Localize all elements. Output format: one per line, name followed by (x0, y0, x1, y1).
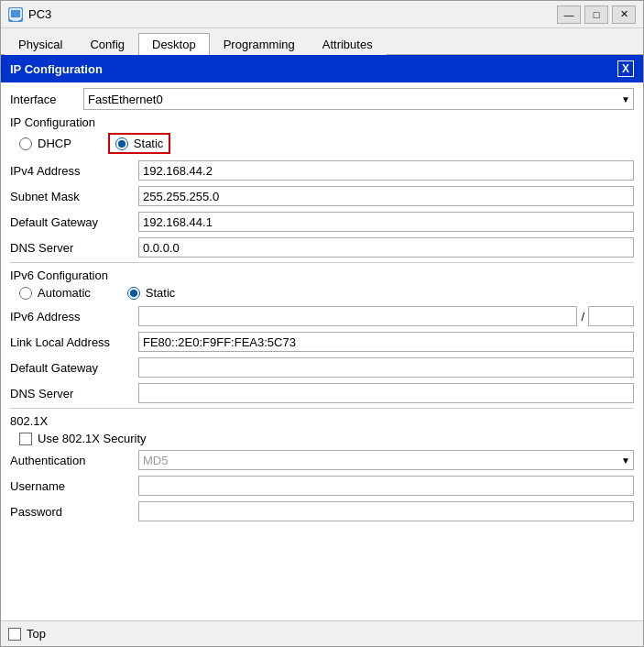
subnet-mask-input[interactable] (138, 186, 634, 206)
bottom-bar: Top (1, 620, 643, 646)
link-local-label: Link Local Address (10, 335, 138, 349)
svg-rect-0 (10, 9, 21, 18)
panel-header: IP Configuration X (1, 55, 643, 82)
link-local-input[interactable] (138, 332, 634, 352)
minimize-button[interactable]: — (557, 5, 581, 24)
ipv6-slash: / (581, 310, 584, 324)
static-radio-circle (115, 137, 128, 150)
panel-body: Interface FastEthernet0 ▼ IP Configurati… (1, 82, 643, 620)
interface-select[interactable]: FastEthernet0 (83, 88, 634, 110)
ip-mode-radio-group: DHCP Static (10, 133, 634, 154)
ipv6-automatic-radio-label: Automatic (38, 286, 91, 300)
ip-config-section-label: IP Configuration (10, 115, 634, 129)
top-checkbox[interactable] (8, 628, 21, 641)
ipv6-dns-row: DNS Server (10, 382, 634, 404)
username-input[interactable] (138, 476, 634, 496)
link-local-row: Link Local Address (10, 331, 634, 353)
default-gateway-row: Default Gateway (10, 211, 634, 233)
ipv6-address-row: IPv6 Address / (10, 305, 634, 327)
tab-programming[interactable]: Programming (210, 33, 309, 55)
top-checkbox-row: Top (8, 627, 46, 641)
ipv6-address-input[interactable] (138, 306, 577, 326)
section-divider-2 (10, 408, 634, 409)
tab-attributes[interactable]: Attributes (309, 33, 387, 55)
use-security-checkbox[interactable] (19, 433, 32, 445)
ipv4-address-row: IPv4 Address (10, 159, 634, 181)
dns-server-row: DNS Server (10, 236, 634, 258)
window-title: PC3 (28, 7, 557, 21)
authentication-select[interactable]: MD5 (138, 450, 634, 470)
ipv6-address-label: IPv6 Address (10, 310, 138, 324)
window-icon (8, 7, 23, 22)
ipv4-address-input[interactable] (138, 160, 634, 181)
default-gateway-input[interactable] (138, 212, 634, 232)
window-controls: — □ ✕ (557, 5, 636, 24)
authentication-select-wrapper: MD5 ▼ (138, 450, 634, 470)
username-row: Username (10, 475, 634, 497)
ipv6-mode-radio-group: Automatic Static (10, 286, 634, 300)
static-radio-label: Static (134, 137, 164, 150)
title-bar: PC3 — □ ✕ (1, 1, 643, 28)
use-security-row: Use 802.1X Security (10, 432, 634, 445)
ipv6-static-radio-option[interactable]: Static (127, 286, 176, 300)
close-button[interactable]: ✕ (612, 5, 636, 24)
tab-bar: Physical Config Desktop Programming Attr… (1, 28, 643, 55)
ipv6-prefix-input[interactable] (588, 306, 634, 326)
password-input[interactable] (138, 501, 634, 521)
ipv6-address-inputs: / (138, 306, 634, 326)
interface-label: Interface (10, 93, 83, 106)
dns-server-label: DNS Server (10, 241, 138, 255)
ipv6-automatic-radio-option[interactable]: Automatic (19, 286, 91, 300)
password-label: Password (10, 505, 138, 519)
ipv6-static-radio-circle (127, 287, 140, 300)
static-radio-inner (118, 140, 126, 148)
ipv6-static-radio-label: Static (146, 286, 176, 300)
main-window: PC3 — □ ✕ Physical Config Desktop Progra… (0, 0, 644, 647)
dns-server-input[interactable] (138, 237, 634, 258)
authentication-row: Authentication MD5 ▼ (10, 449, 634, 471)
authentication-label: Authentication (10, 454, 138, 467)
dhcp-radio-option[interactable]: DHCP (19, 137, 71, 150)
ipv6-dns-label: DNS Server (10, 387, 138, 400)
top-checkbox-label: Top (27, 627, 46, 641)
dhcp-radio-circle (19, 137, 32, 150)
ipv6-gateway-input[interactable] (138, 357, 634, 378)
tab-physical[interactable]: Physical (5, 33, 76, 55)
dot1x-section-label: 802.1X (10, 414, 634, 428)
main-content: IP Configuration X Interface FastEtherne… (1, 55, 643, 620)
ipv6-dns-input[interactable] (138, 383, 634, 403)
panel-close-button[interactable]: X (617, 60, 634, 77)
panel-title: IP Configuration (10, 62, 103, 76)
ipv6-gateway-label: Default Gateway (10, 361, 138, 375)
subnet-mask-row: Subnet Mask (10, 185, 634, 207)
password-row: Password (10, 500, 634, 522)
interface-row: Interface FastEthernet0 ▼ (10, 88, 634, 110)
interface-select-wrapper: FastEthernet0 ▼ (83, 88, 634, 110)
ipv4-address-label: IPv4 Address (10, 164, 138, 178)
ipv6-static-radio-inner (130, 290, 137, 297)
tab-desktop[interactable]: Desktop (138, 33, 210, 55)
default-gateway-label: Default Gateway (10, 215, 138, 229)
static-radio-option[interactable]: Static (108, 133, 171, 154)
section-divider-1 (10, 262, 634, 263)
username-label: Username (10, 479, 138, 493)
ipv6-gateway-row: Default Gateway (10, 356, 634, 378)
use-security-label: Use 802.1X Security (38, 432, 147, 445)
tab-config[interactable]: Config (76, 33, 138, 55)
ipv6-config-section-label: IPv6 Configuration (10, 269, 634, 282)
subnet-mask-label: Subnet Mask (10, 190, 138, 203)
dhcp-radio-label: DHCP (38, 137, 71, 150)
maximize-button[interactable]: □ (584, 5, 608, 24)
ipv6-automatic-radio-circle (19, 287, 32, 300)
